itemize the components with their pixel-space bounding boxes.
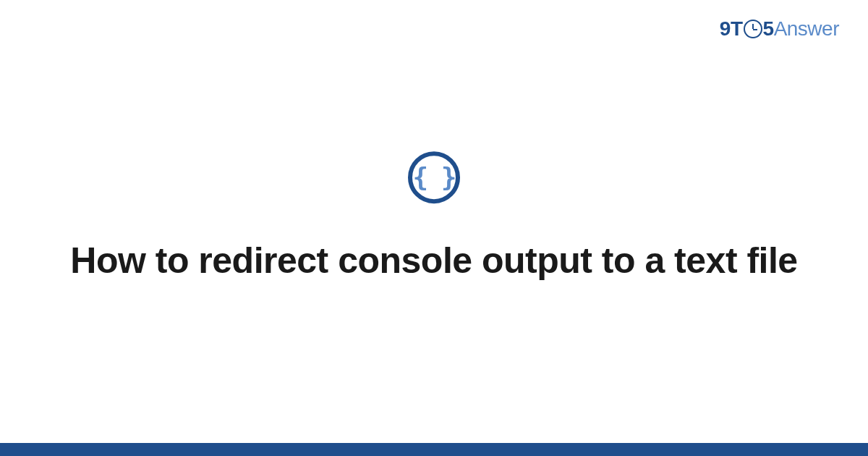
brand-text-answer: Answer [774, 17, 839, 41]
main-content: { } How to redirect console output to a … [0, 151, 868, 284]
clock-icon [744, 20, 762, 38]
page-title: How to redirect console output to a text… [43, 238, 825, 284]
topic-icon-circle: { } [408, 151, 460, 203]
brand-text-9t: 9T [720, 17, 743, 41]
brand-text-5: 5 [763, 17, 774, 41]
footer-accent-bar [0, 443, 868, 456]
brand-logo: 9T 5 Answer [720, 17, 839, 41]
code-braces-icon: { } [412, 164, 455, 190]
